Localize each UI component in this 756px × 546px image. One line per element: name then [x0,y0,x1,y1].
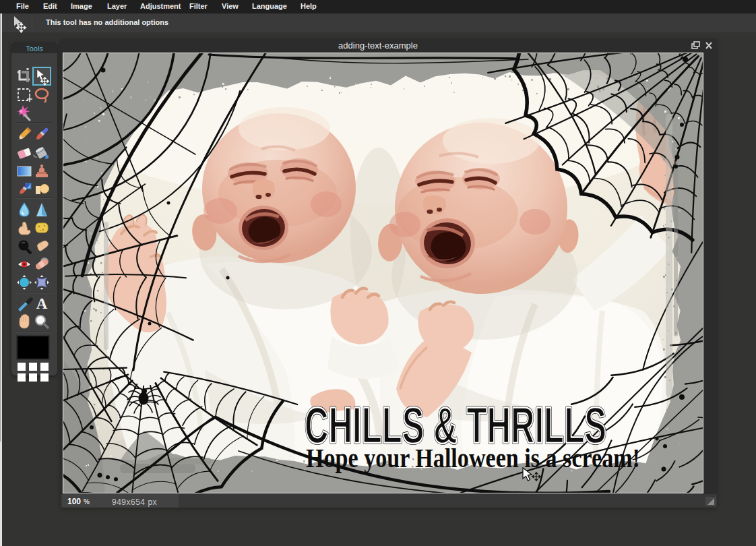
svg-text:Hope your Halloween is a screa: Hope your Halloween is a scream! [306,444,640,473]
svg-text:A: A [36,295,48,312]
